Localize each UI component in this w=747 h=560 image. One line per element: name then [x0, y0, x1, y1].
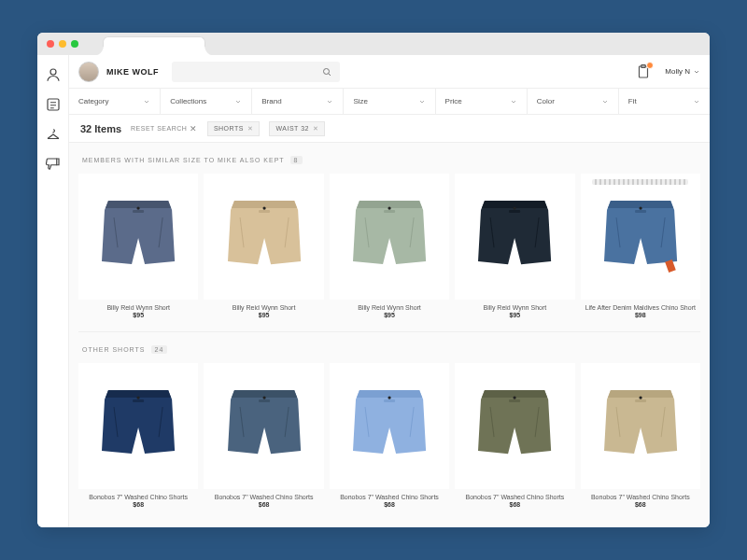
filter-color[interactable]: Color: [528, 89, 619, 114]
filter-chip-shorts[interactable]: SHORTS✕: [207, 121, 261, 136]
product-thumb: [204, 363, 323, 489]
close-icon: ✕: [247, 125, 254, 133]
browser-tab[interactable]: [103, 36, 205, 55]
svg-point-23: [262, 397, 265, 399]
product-thumb: [581, 174, 700, 300]
filter-price[interactable]: Price: [436, 89, 528, 114]
close-window[interactable]: [47, 40, 54, 48]
svg-rect-14: [384, 210, 395, 213]
svg-point-27: [514, 397, 516, 399]
product-card[interactable]: Bonobos 7" Washed Chino Shorts$68: [455, 363, 574, 508]
svg-point-15: [388, 207, 390, 210]
product-name: Billy Reid Wynn Short: [358, 303, 421, 312]
product-card[interactable]: Billy Reid Wynn Short$95: [204, 174, 323, 318]
maximize-window[interactable]: [71, 40, 78, 48]
svg-line-7: [329, 73, 331, 75]
product-thumb: [581, 363, 700, 489]
close-icon: ✕: [190, 124, 198, 133]
chevron-down-icon: [418, 98, 426, 105]
product-name: Bonobos 7" Washed Chino Shorts: [340, 493, 439, 501]
filter-fit[interactable]: Fit: [619, 89, 710, 114]
svg-rect-28: [635, 399, 646, 402]
stylist-menu[interactable]: Molly N: [665, 67, 700, 76]
product-name: Life After Denim Maldives Chino Short: [585, 303, 696, 312]
product-price: $68: [259, 501, 270, 508]
results-scroll[interactable]: MEMBERS WITH SIMILAR SIZE TO MIKE ALSO K…: [69, 143, 710, 527]
product-name: Billy Reid Wynn Short: [233, 303, 296, 312]
svg-point-6: [324, 68, 330, 74]
product-thumb: [330, 174, 449, 300]
client-avatar[interactable]: [78, 62, 99, 82]
svg-rect-10: [133, 210, 144, 213]
app-root: MIKE WOLF Molly N Category Collect: [37, 55, 710, 527]
svg-rect-24: [384, 399, 395, 402]
svg-rect-22: [259, 399, 270, 402]
product-card[interactable]: Bonobos 7" Washed Chino Shorts$68: [330, 363, 449, 508]
product-price: $95: [510, 312, 521, 318]
topbar: MIKE WOLF Molly N: [69, 55, 710, 89]
product-card[interactable]: Billy Reid Wynn Short$95: [330, 174, 449, 318]
svg-point-11: [137, 207, 140, 210]
grid-other: Bonobos 7" Washed Chino Shorts$68 Bonobo…: [69, 359, 710, 521]
chevron-down-icon: [693, 98, 700, 105]
chevron-down-icon: [510, 98, 517, 105]
chevron-down-icon: [234, 98, 242, 105]
notes-icon[interactable]: [45, 96, 62, 113]
section-other-title: OTHER SHORTS 24: [69, 332, 710, 359]
product-thumb: [330, 363, 449, 489]
product-price: $95: [259, 312, 270, 318]
section-count-badge: 8: [290, 156, 303, 164]
product-price: $68: [635, 501, 646, 508]
svg-rect-16: [509, 210, 520, 213]
filter-chip-waist[interactable]: WAIST 32✕: [269, 121, 325, 136]
svg-point-21: [137, 397, 140, 399]
product-name: Billy Reid Wynn Short: [484, 303, 547, 312]
filter-collections[interactable]: Collections: [161, 89, 252, 114]
chevron-down-icon: [601, 98, 609, 105]
left-rail: [37, 55, 69, 527]
hanger-icon[interactable]: [45, 126, 62, 143]
main-panel: MIKE WOLF Molly N Category Collect: [69, 55, 710, 527]
product-price: $95: [133, 312, 144, 318]
section-similar-title: MEMBERS WITH SIMILAR SIZE TO MIKE ALSO K…: [69, 143, 710, 170]
filter-brand[interactable]: Brand: [252, 89, 344, 114]
svg-point-29: [639, 397, 641, 399]
product-card[interactable]: Bonobos 7" Washed Chino Shorts$68: [204, 363, 323, 508]
svg-rect-20: [133, 399, 144, 402]
search-input[interactable]: [179, 67, 321, 77]
product-name: Bonobos 7" Washed Chino Shorts: [89, 493, 188, 501]
browser-window: MIKE WOLF Molly N Category Collect: [37, 33, 710, 527]
product-card[interactable]: Life After Denim Maldives Chino Short$98: [581, 174, 700, 318]
search-box[interactable]: [172, 62, 340, 82]
svg-point-17: [514, 207, 516, 210]
product-card[interactable]: Billy Reid Wynn Short$95: [78, 174, 198, 318]
product-card[interactable]: Bonobos 7" Washed Chino Shorts$68: [78, 363, 198, 508]
product-thumb: [78, 363, 198, 489]
svg-rect-18: [635, 210, 646, 213]
close-icon: ✕: [313, 125, 319, 133]
filter-bar: Category Collections Brand Size Price Co…: [69, 89, 710, 115]
filter-category[interactable]: Category: [69, 89, 161, 114]
filter-size[interactable]: Size: [344, 89, 435, 114]
product-name: Bonobos 7" Washed Chino Shorts: [466, 493, 565, 501]
results-header: 32 Items RESET SEARCH✕ SHORTS✕ WAIST 32✕: [69, 115, 710, 143]
product-price: $95: [384, 312, 395, 318]
product-card[interactable]: Billy Reid Wynn Short$95: [455, 174, 574, 318]
svg-rect-26: [509, 399, 520, 402]
stylist-name: Molly N: [665, 67, 690, 76]
clipboard-button[interactable]: [635, 63, 652, 80]
product-price: $68: [133, 501, 144, 508]
svg-point-25: [388, 397, 390, 399]
thumbs-down-icon[interactable]: [45, 156, 62, 173]
profile-icon[interactable]: [45, 66, 62, 83]
reset-search[interactable]: RESET SEARCH✕: [131, 124, 198, 133]
minimize-window[interactable]: [59, 40, 66, 48]
product-price: $98: [635, 312, 646, 318]
product-name: Bonobos 7" Washed Chino Shorts: [215, 493, 314, 501]
product-thumb: [78, 174, 198, 300]
product-thumb: [455, 174, 574, 300]
product-card[interactable]: Bonobos 7" Washed Chino Shorts$68: [581, 363, 700, 508]
product-price: $68: [510, 501, 521, 508]
svg-point-13: [262, 207, 265, 210]
product-name: Billy Reid Wynn Short: [106, 303, 170, 312]
